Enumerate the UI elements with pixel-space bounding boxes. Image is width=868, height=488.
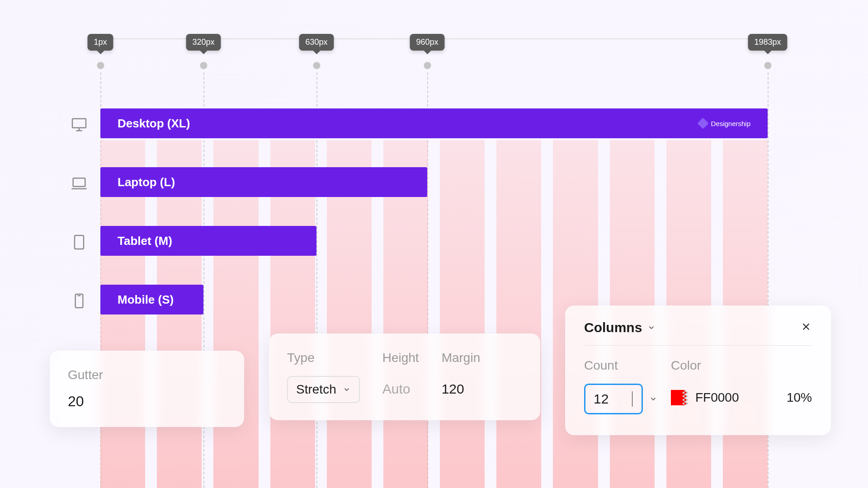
ruler-marker-label: 1px: [87, 34, 113, 51]
svg-rect-1: [73, 178, 85, 186]
gutter-panel: Gutter 20: [50, 351, 244, 427]
type-label: Type: [287, 351, 360, 365]
margin-label: Margin: [442, 351, 481, 365]
ruler-marker[interactable]: 1983px: [748, 34, 787, 69]
color-label: Color: [671, 358, 812, 373]
gutter-value[interactable]: 20: [68, 393, 226, 410]
ruler-marker-label: 630px: [299, 34, 334, 51]
laptop-icon: [70, 174, 88, 194]
margin-value[interactable]: 120: [442, 376, 481, 402]
close-button[interactable]: [800, 321, 812, 334]
ruler-marker-dot: [97, 62, 104, 69]
columns-panel: Columns Count 12 Color: [565, 305, 831, 435]
color-swatch[interactable]: [671, 390, 686, 405]
type-select[interactable]: Stretch: [287, 376, 360, 403]
chevron-down-icon[interactable]: [649, 395, 657, 403]
ruler: 1px 320px 630px 960px 1983px: [0, 34, 868, 79]
chevron-down-icon: [647, 324, 656, 332]
breakpoint-label: Laptop (L): [118, 175, 175, 189]
columns-title-dropdown[interactable]: Columns: [584, 320, 656, 335]
ruler-marker[interactable]: 630px: [299, 34, 334, 69]
type-value: Stretch: [296, 382, 336, 397]
ruler-marker[interactable]: 960px: [410, 34, 444, 69]
layout-panel: Type Stretch Height Auto Margin 120: [269, 333, 540, 420]
desktop-icon: [70, 116, 88, 136]
breakpoint-bar-laptop[interactable]: Laptop (L): [100, 167, 427, 197]
height-label: Height: [382, 351, 419, 365]
brand-logo-icon: [698, 117, 709, 129]
ruler-marker-label: 320px: [186, 34, 221, 51]
breakpoint-bar-tablet[interactable]: Tablet (M): [100, 226, 316, 256]
brand-text: Designership: [711, 120, 750, 127]
ruler-marker-dot: [200, 62, 207, 69]
columns-title: Columns: [584, 320, 642, 335]
color-opacity-input[interactable]: 10%: [787, 390, 812, 405]
count-label: Count: [584, 358, 657, 373]
ruler-marker-dot: [764, 62, 771, 69]
chevron-down-icon: [343, 385, 351, 394]
height-value[interactable]: Auto: [382, 376, 419, 402]
ruler-marker-label: 960px: [410, 34, 444, 51]
ruler-marker[interactable]: 320px: [186, 34, 221, 69]
breakpoint-bar-mobile[interactable]: Mobile (S): [100, 285, 203, 314]
ruler-marker[interactable]: 1px: [87, 34, 113, 69]
breakpoint-label: Desktop (XL): [118, 117, 190, 131]
breakpoint-bar-desktop[interactable]: Desktop (XL) Designership: [100, 108, 768, 138]
svg-rect-0: [72, 119, 86, 128]
breakpoint-label: Tablet (M): [118, 234, 172, 248]
svg-rect-2: [75, 235, 84, 249]
brand-badge: Designership: [699, 119, 750, 127]
ruler-marker-dot: [313, 62, 320, 69]
ruler-marker-dot: [424, 62, 431, 69]
ruler-marker-label: 1983px: [748, 34, 787, 51]
count-input[interactable]: 12: [584, 384, 643, 414]
mobile-icon: [70, 292, 88, 312]
tablet-icon: [70, 233, 88, 253]
color-hex-input[interactable]: FF0000: [695, 390, 739, 405]
gutter-label: Gutter: [68, 368, 226, 382]
breakpoint-label: Mobile (S): [118, 293, 174, 307]
